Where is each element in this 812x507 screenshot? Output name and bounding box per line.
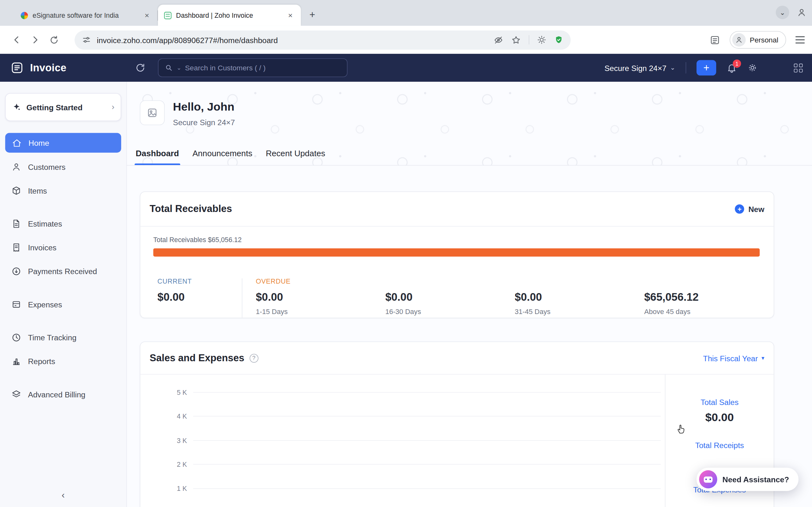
new-tab-button[interactable]: + <box>305 8 320 22</box>
chevron-down-icon: ⌄ <box>780 9 785 16</box>
reading-list-icon[interactable] <box>709 35 720 45</box>
org-switcher[interactable]: Secure Sign 24×7 ⌄ <box>605 63 675 72</box>
url-text[interactable]: invoice.zoho.com/app/808906277#/home/das… <box>97 36 488 44</box>
gridline <box>193 464 661 464</box>
sparkle-icon <box>12 102 21 112</box>
total-sales-value: $0.00 <box>665 411 774 424</box>
sidebar-item-label: Items <box>28 186 47 195</box>
sidebar-item-payments-received[interactable]: Payments Received <box>0 259 126 283</box>
browser-tab-zoho-invoice[interactable]: Dashboard | Zoho Invoice × <box>158 5 301 26</box>
browser-profile-icon[interactable] <box>797 7 807 18</box>
sidebar-item-customers[interactable]: Customers <box>0 155 126 178</box>
divider <box>529 35 529 44</box>
bucket-value: $65,056.12 <box>644 291 774 303</box>
app-brand[interactable]: Invoice <box>0 61 127 74</box>
tab-announcements[interactable]: Announcements <box>191 149 253 165</box>
gridline <box>193 392 661 393</box>
reports-chart-icon <box>11 356 21 366</box>
receivables-summary: Total Receivables $65,056.12 <box>153 236 774 243</box>
sidebar-item-home[interactable]: Home <box>5 133 121 153</box>
main-content: Hello, John Secure Sign 24×7 Dashboard A… <box>127 82 812 507</box>
y-axis-tick: 1 K <box>164 485 187 493</box>
invoices-doc-icon <box>11 242 21 252</box>
back-button[interactable] <box>7 31 26 49</box>
tab-dashboard[interactable]: Dashboard <box>135 149 180 165</box>
sidebar-collapse-button[interactable]: ‹ <box>0 490 126 501</box>
browser-profile-chip[interactable]: Personal <box>729 31 786 49</box>
bucket-value: $0.00 <box>386 291 515 303</box>
plus-circle-icon: + <box>735 205 744 214</box>
sidebar-item-expenses[interactable]: Expenses <box>0 292 126 316</box>
browser-menu-icon[interactable] <box>796 36 805 43</box>
tab-recent-updates[interactable]: Recent Updates <box>265 149 326 165</box>
need-assistance-button[interactable]: Need Assistance? <box>697 468 798 491</box>
sidebar-item-label: Reports <box>28 357 55 366</box>
bucket-label: 16-30 Days <box>386 308 515 315</box>
y-axis-tick: 2 K <box>164 460 187 468</box>
tab-search-button[interactable]: ⌄ <box>776 6 789 19</box>
password-hidden-icon[interactable] <box>494 35 503 45</box>
new-receivable-button[interactable]: + New <box>735 205 764 214</box>
close-icon[interactable]: × <box>142 10 151 20</box>
current-value: $0.00 <box>157 291 242 303</box>
items-box-icon <box>11 185 21 195</box>
total-receivables-card: Total Receivables + New Total Receivable… <box>140 191 774 318</box>
sales-expenses-title: Sales and Expenses <box>150 352 244 364</box>
sidebar-item-label: Advanced Billing <box>28 390 85 399</box>
browser-tab-strip: eSignature software for India × Dashboar… <box>0 0 812 26</box>
app-topbar: Invoice ⌄ Secure Sign 24×7 ⌄ + <box>0 54 812 82</box>
browser-tab-esignature[interactable]: eSignature software for India × <box>14 5 158 26</box>
brightness-icon[interactable] <box>537 35 546 44</box>
app-name: Invoice <box>30 62 67 74</box>
sidebar: Getting Started › Home Customers Items <box>0 82 127 507</box>
tab-title: Dashboard | Zoho Invoice <box>176 11 281 19</box>
recent-activity-icon[interactable] <box>135 63 146 73</box>
bookmark-star-icon[interactable] <box>511 35 521 45</box>
sidebar-item-label: Invoices <box>28 243 56 252</box>
sidebar-item-time-tracking[interactable]: Time Tracking <box>0 326 126 349</box>
divider <box>686 62 687 73</box>
org-logo-placeholder[interactable] <box>140 101 165 125</box>
notifications-button[interactable]: 1 <box>727 63 737 73</box>
global-search[interactable]: ⌄ <box>158 58 348 77</box>
site-favicon <box>20 12 28 19</box>
overdue-bucket: $0.00 16-30 Days <box>386 277 515 318</box>
greeting-org-name: Secure Sign 24×7 <box>173 118 235 127</box>
help-icon[interactable]: ? <box>249 354 258 362</box>
fiscal-year-filter[interactable]: This Fiscal Year ▾ <box>703 354 764 362</box>
settings-gear-icon[interactable] <box>747 63 758 73</box>
receivables-title: Total Receivables <box>150 204 232 215</box>
sidebar-item-items[interactable]: Items <box>0 178 126 202</box>
total-sales-link[interactable]: Total Sales <box>665 398 774 407</box>
user-avatar[interactable] <box>768 60 783 75</box>
payments-icon <box>11 266 21 276</box>
search-input[interactable] <box>185 64 341 72</box>
cursor-pointer <box>676 424 687 435</box>
assistance-label: Need Assistance? <box>722 475 789 484</box>
search-scope-chevron-icon[interactable]: ⌄ <box>177 64 182 71</box>
clock-icon <box>11 332 21 342</box>
forward-button[interactable] <box>26 31 45 49</box>
caret-down-icon: ▾ <box>762 354 764 361</box>
sales-expenses-chart: 5 K 4 K 3 K 2 K 1 K Total Sales $0.00 To… <box>140 375 774 507</box>
sidebar-item-estimates[interactable]: Estimates <box>0 212 126 235</box>
close-icon[interactable]: × <box>286 10 295 20</box>
site-settings-icon[interactable] <box>82 35 91 44</box>
estimates-doc-icon <box>11 219 21 228</box>
greeting-title: Hello, John <box>173 101 235 114</box>
sidebar-item-advanced-billing[interactable]: Advanced Billing <box>0 383 126 406</box>
sidebar-item-invoices[interactable]: Invoices <box>0 235 126 259</box>
address-bar[interactable]: invoice.zoho.com/app/808906277#/home/das… <box>74 31 571 49</box>
getting-started-card[interactable]: Getting Started › <box>5 93 121 121</box>
shield-check-icon[interactable] <box>554 35 563 44</box>
chevron-right-icon: › <box>112 102 114 112</box>
customers-icon <box>11 162 21 171</box>
apps-grid-icon[interactable] <box>794 63 803 72</box>
bucket-value: $0.00 <box>515 291 644 303</box>
bucket-label: Above 45 days <box>644 308 774 315</box>
reload-button[interactable] <box>44 31 63 49</box>
quick-create-button[interactable]: + <box>697 60 716 75</box>
overdue-bucket: OVERDUE $0.00 1-15 Days <box>256 277 386 318</box>
sidebar-item-reports[interactable]: Reports <box>0 349 126 373</box>
total-receipts-link[interactable]: Total Receipts <box>665 441 774 450</box>
